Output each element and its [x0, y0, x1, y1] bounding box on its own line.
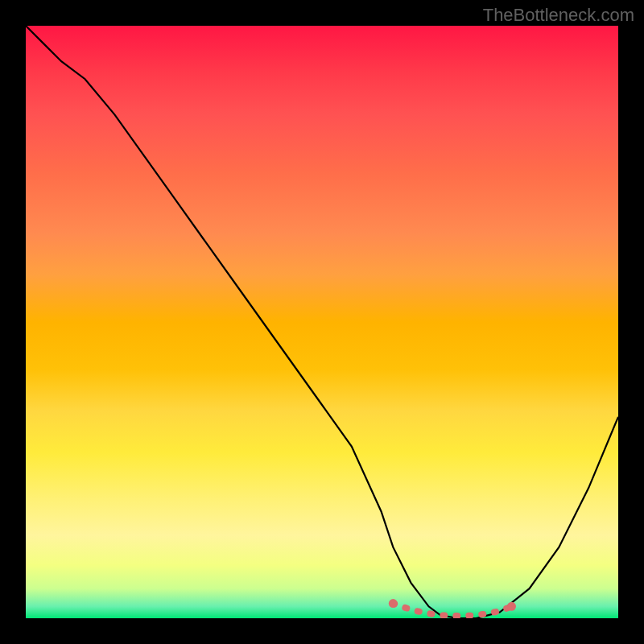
svg-point-1 [507, 602, 516, 611]
watermark-text: TheBottleneck.com [483, 5, 634, 26]
chart-svg [26, 26, 618, 618]
bottleneck-curve-path [26, 26, 618, 618]
chart-plot-area [26, 26, 618, 618]
svg-point-0 [389, 599, 398, 608]
highlight-band [389, 599, 516, 616]
